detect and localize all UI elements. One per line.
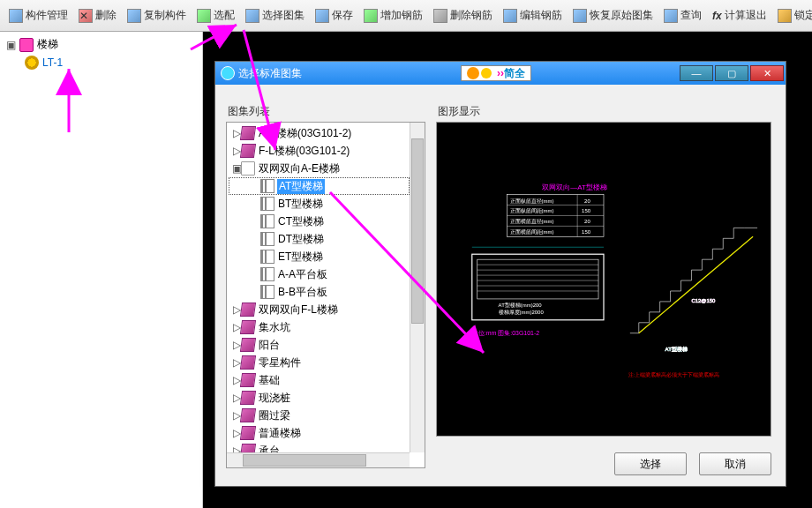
tree-item-label: A-A平台板: [277, 267, 328, 282]
tb-edit-rebar[interactable]: 编辑钢筋: [498, 6, 568, 25]
app-icon: [221, 66, 235, 80]
tree-item-label: B-B平台板: [277, 285, 328, 300]
tree-item-label: DT型楼梯: [277, 232, 325, 247]
atlas-tree-item[interactable]: DT型楼梯: [229, 230, 410, 248]
book-icon: [240, 303, 256, 317]
svg-text:正面横筋直径(mm): 正面横筋直径(mm): [510, 219, 554, 224]
book-icon: [240, 144, 256, 158]
doc-icon: [260, 285, 274, 299]
tb-query[interactable]: 查询: [658, 6, 707, 25]
tb-manage[interactable]: 构件管理: [4, 6, 73, 25]
sun-icon: [467, 67, 479, 79]
tree-item-label: CT型楼梯: [277, 214, 325, 229]
svg-text:正面纵筋间距(mm): 正面纵筋间距(mm): [510, 208, 554, 213]
expander-icon[interactable]: ▣: [5, 39, 16, 51]
tree-item-label: 零星构件: [258, 355, 302, 370]
tree-item-label: 现浇桩: [258, 391, 291, 406]
doc-icon: [260, 179, 274, 193]
horizontal-scrollbar[interactable]: [227, 452, 410, 467]
book-icon: [240, 338, 256, 352]
svg-text:C12@150: C12@150: [691, 298, 716, 303]
gear-icon: [25, 56, 39, 70]
svg-text:AT型楼梯(mm)200: AT型楼梯(mm)200: [499, 303, 543, 308]
main-toolbar: 构件管理 ✕删除 复制构件 选配 选择图集 保存 增加钢筋 删除钢筋 编辑钢筋 …: [0, 0, 812, 32]
ok-button[interactable]: 选择: [614, 452, 687, 475]
tb-delete[interactable]: ✕删除: [73, 6, 122, 25]
atlas-list-panel: ▷A-E楼梯(03G101-2)▷F-L楼梯(03G101-2)▣双网双向A-E…: [226, 122, 425, 468]
minimize-button[interactable]: ―: [680, 65, 713, 81]
svg-text:正面横筋间距(mm): 正面横筋间距(mm): [510, 229, 554, 235]
svg-text:AT型楼梯: AT型楼梯: [665, 347, 688, 352]
folder-icon: [241, 161, 255, 176]
cad-preview[interactable]: 双网双向—AT型楼梯 正面纵筋直径(mm)20 正面纵筋间距(mm)150 正面…: [436, 122, 771, 437]
book-icon: [240, 426, 256, 440]
svg-rect-14: [477, 259, 598, 299]
tree-item-label: BT型楼梯: [277, 197, 324, 212]
tree-item-label: ET型楼梯: [277, 250, 324, 265]
book-icon: [240, 391, 256, 405]
preview-panel-label: 图形显示: [438, 104, 480, 119]
svg-text:20: 20: [584, 198, 590, 204]
vertical-scrollbar[interactable]: [410, 123, 425, 452]
atlas-tree-item[interactable]: ▣双网双向A-E楼梯: [229, 160, 410, 177]
atlas-tree-item[interactable]: ▷集水坑: [229, 318, 410, 336]
atlas-tree-item[interactable]: ▷阳台: [229, 336, 410, 354]
atlas-tree-item[interactable]: ▷F-L楼梯(03G101-2): [229, 142, 410, 160]
dialog-title: 选择标准图集: [238, 66, 302, 81]
tree-item-label: 基础: [258, 373, 281, 388]
svg-text:正面纵筋直径(mm): 正面纵筋直径(mm): [510, 198, 554, 204]
doc-icon: [260, 197, 274, 211]
book-icon: [240, 126, 256, 140]
atlas-tree-item[interactable]: ▷圈过梁: [229, 407, 410, 424]
tb-restore[interactable]: 恢复原始图集: [568, 6, 658, 25]
book-icon: [240, 355, 256, 370]
svg-text:150: 150: [582, 208, 591, 213]
component-tree: ▣ 楼梯 LT-1: [0, 32, 203, 508]
tree-item-lt1[interactable]: LT-1: [5, 54, 197, 71]
tree-item-label: F-L楼梯(03G101-2): [258, 144, 350, 159]
atlas-tree-item[interactable]: ▷A-E楼梯(03G101-2): [229, 124, 410, 142]
svg-text:单位:mm  图集:03G101-2: 单位:mm 图集:03G101-2: [472, 330, 539, 336]
tb-lock-script[interactable]: 锁定脚本: [772, 6, 812, 25]
tree-item-label: AT型楼梯: [277, 179, 325, 194]
atlas-tree-item[interactable]: ▷基础: [229, 371, 410, 389]
cancel-button[interactable]: 取消: [699, 452, 771, 475]
atlas-tree-item[interactable]: BT型楼梯: [229, 195, 410, 213]
close-button[interactable]: ✕: [750, 65, 784, 81]
tb-del-rebar[interactable]: 删除钢筋: [428, 6, 498, 25]
maximize-button[interactable]: ▢: [715, 65, 748, 81]
atlas-tree-item[interactable]: CT型楼梯: [229, 213, 410, 230]
svg-text:150: 150: [582, 229, 591, 235]
tree-item-label: A-E楼梯(03G101-2): [258, 126, 352, 141]
tb-calc-exit[interactable]: fx计算退出: [707, 6, 772, 25]
expander-icon[interactable]: ▷: [232, 444, 241, 452]
atlas-tree-item[interactable]: ▷零星构件: [229, 354, 410, 371]
atlas-tree-item[interactable]: A-A平台板: [229, 265, 410, 283]
atlas-tree[interactable]: ▷A-E楼梯(03G101-2)▷F-L楼梯(03G101-2)▣双网双向A-E…: [227, 123, 410, 452]
tree-item-label: 圈过梁: [258, 408, 291, 423]
tb-choose-set[interactable]: 选择图集: [240, 6, 310, 25]
atlas-tree-item[interactable]: AT型楼梯: [229, 177, 410, 195]
atlas-tree-item[interactable]: B-B平台板: [229, 283, 410, 301]
dialog-titlebar[interactable]: 选择标准图集 ›› 简全 ― ▢ ✕: [215, 62, 786, 85]
atlas-tree-item[interactable]: ▷双网双向F-L楼梯: [229, 301, 410, 318]
atlas-tree-item[interactable]: ▷现浇桩: [229, 389, 410, 407]
svg-text:注:上端梁底标高必须大于下端梁底标高: 注:上端梁底标高必须大于下端梁底标高: [628, 371, 720, 377]
doc-icon: [260, 232, 274, 246]
tree-root-stair[interactable]: ▣ 楼梯: [5, 35, 197, 54]
brand-badge: ›› 简全: [461, 65, 531, 81]
doc-icon: [260, 214, 274, 228]
svg-text:20: 20: [584, 219, 590, 224]
tree-item-label: 集水坑: [258, 320, 291, 335]
moon-icon: [481, 68, 492, 78]
tb-add-rebar[interactable]: 增加钢筋: [358, 6, 428, 25]
expander-icon[interactable]: ▣: [232, 162, 241, 175]
tb-save[interactable]: 保存: [310, 6, 358, 25]
tb-copy[interactable]: 复制构件: [122, 6, 192, 25]
atlas-tree-item[interactable]: ▷普通楼梯: [229, 424, 410, 442]
tb-select[interactable]: 选配: [192, 6, 240, 25]
atlas-tree-item[interactable]: ET型楼梯: [229, 248, 410, 265]
book-icon: [240, 320, 256, 334]
select-atlas-dialog: 选择标准图集 ›› 简全 ― ▢ ✕ 图集列表 图形显示 ▷A-E楼梯(03G1…: [214, 61, 786, 487]
atlas-tree-item[interactable]: ▷承台: [229, 442, 410, 452]
